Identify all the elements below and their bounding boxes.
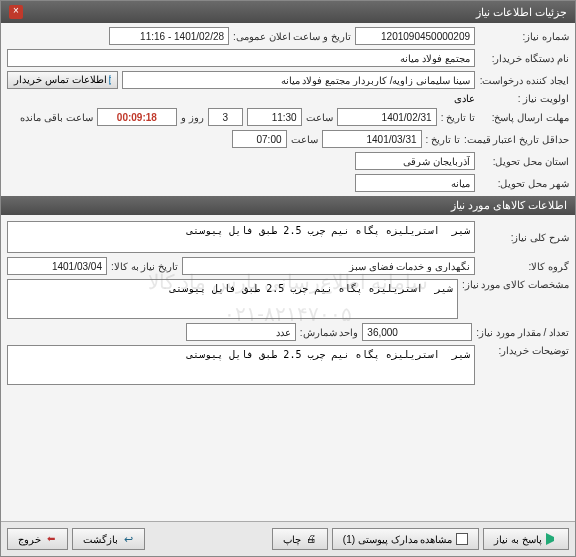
label-valid-until: حداقل تاریخ اعتبار قیمت: bbox=[464, 134, 569, 145]
label-unit: واحد شمارش: bbox=[300, 327, 359, 338]
label-qty: تعداد / مقدار مورد نیاز: bbox=[476, 327, 569, 338]
spec-field[interactable]: شیر استریلیزه پگاه نیم چرب 2.5 طبق فایل … bbox=[7, 279, 458, 319]
label-city: شهر محل تحویل: bbox=[479, 178, 569, 189]
titlebar: جزئیات اطلاعات نیاز × bbox=[1, 1, 575, 23]
back-icon bbox=[122, 533, 134, 545]
requester-field[interactable] bbox=[122, 71, 475, 89]
label-remain-hour: ساعت باقی مانده bbox=[20, 112, 93, 123]
city-field[interactable] bbox=[355, 174, 475, 192]
print-button[interactable]: چاپ bbox=[272, 528, 328, 550]
label-desc: شرح کلی نیاز: bbox=[479, 232, 569, 243]
exit-button[interactable]: خروج bbox=[7, 528, 68, 550]
deadline-time-field[interactable] bbox=[247, 108, 302, 126]
province-field[interactable] bbox=[355, 152, 475, 170]
label-hour-1: ساعت bbox=[306, 112, 333, 123]
label-buyer-org: نام دستگاه خریدار: bbox=[479, 53, 569, 64]
label-to-date-2: تا تاریخ : bbox=[426, 134, 460, 145]
contact-info-button[interactable]: i اطلاعات تماس خریدار bbox=[7, 71, 118, 89]
window-title: جزئیات اطلاعات نیاز bbox=[476, 6, 567, 19]
label-to-date-1: تا تاریخ : bbox=[441, 112, 475, 123]
unit-field[interactable] bbox=[186, 323, 296, 341]
close-icon[interactable]: × bbox=[9, 5, 23, 19]
section-goods-header: اطلاعات کالاهای مورد نیاز bbox=[1, 196, 575, 215]
desc-field[interactable]: شیر استریلیزه پگاه نیم چرب 2.5 طبق فایل … bbox=[7, 221, 475, 253]
countdown-field bbox=[97, 108, 177, 126]
label-need-to-date: تاریخ نیاز به کالا: bbox=[111, 261, 178, 272]
label-deadline: مهلت ارسال پاسخ: bbox=[479, 112, 569, 123]
need-no-field[interactable] bbox=[355, 27, 475, 45]
valid-date-field[interactable] bbox=[322, 130, 422, 148]
qty-field[interactable] bbox=[362, 323, 472, 341]
label-announce-dt: تاریخ و ساعت اعلان عمومی: bbox=[233, 31, 351, 42]
label-days-and: روز و bbox=[181, 112, 204, 123]
respond-button[interactable]: پاسخ به نیاز bbox=[483, 528, 569, 550]
label-priority: اولویت نیاز : bbox=[479, 93, 569, 104]
label-requester: ایجاد کننده درخواست: bbox=[479, 75, 569, 86]
label-province: استان محل تحویل: bbox=[479, 156, 569, 167]
label-spec: مشخصات کالای مورد نیاز: bbox=[462, 279, 569, 290]
content-area: شماره نیاز: تاریخ و ساعت اعلان عمومی: نا… bbox=[1, 23, 575, 521]
group-field[interactable] bbox=[182, 257, 475, 275]
exit-icon bbox=[45, 533, 57, 545]
deadline-date-field[interactable] bbox=[337, 108, 437, 126]
attachments-button[interactable]: مشاهده مدارک پیوستی (1) bbox=[332, 528, 480, 550]
remain-days-field bbox=[208, 108, 243, 126]
buyer-note-field[interactable]: شیر استریلیزه پگاه نیم چرب 2.5 طبق فایل … bbox=[7, 345, 475, 385]
print-icon bbox=[305, 533, 317, 545]
label-buyer-note: توضیحات خریدار: bbox=[479, 345, 569, 356]
document-icon bbox=[456, 533, 468, 545]
reply-icon bbox=[546, 533, 558, 545]
label-hour-2: ساعت bbox=[291, 134, 318, 145]
announce-dt-field[interactable] bbox=[109, 27, 229, 45]
label-group: گروه کالا: bbox=[479, 261, 569, 272]
info-icon: i bbox=[109, 75, 111, 85]
buyer-org-field[interactable] bbox=[7, 49, 475, 67]
need-to-date-field[interactable] bbox=[7, 257, 107, 275]
priority-value: عادی bbox=[454, 93, 475, 104]
label-need-no: شماره نیاز: bbox=[479, 31, 569, 42]
valid-time-field[interactable] bbox=[232, 130, 287, 148]
footer-toolbar: پاسخ به نیاز مشاهده مدارک پیوستی (1) چاپ… bbox=[1, 521, 575, 556]
back-button[interactable]: بازگشت bbox=[72, 528, 145, 550]
